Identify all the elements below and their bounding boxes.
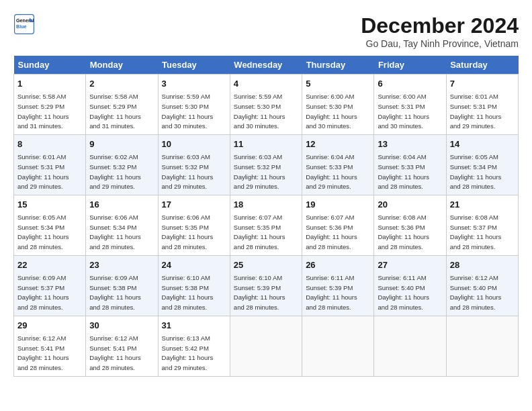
day-number: 12 (306, 138, 370, 150)
calendar-cell: 20Sunrise: 6:08 AM Sunset: 5:36 PM Dayli… (374, 195, 446, 255)
day-info: Sunrise: 6:07 AM Sunset: 5:35 PM Dayligh… (234, 214, 285, 250)
svg-text:Blue: Blue (16, 24, 27, 30)
column-header-sunday: Sunday (14, 56, 86, 75)
calendar-cell (230, 316, 302, 376)
day-info: Sunrise: 6:11 AM Sunset: 5:40 PM Dayligh… (378, 274, 429, 311)
day-number: 15 (17, 199, 82, 211)
day-number: 11 (234, 138, 298, 150)
day-info: Sunrise: 6:04 AM Sunset: 5:33 PM Dayligh… (306, 153, 357, 190)
day-number: 28 (450, 259, 515, 271)
calendar-cell: 6Sunrise: 6:00 AM Sunset: 5:31 PM Daylig… (374, 75, 446, 135)
month-title: December 2024 (361, 13, 519, 38)
day-number: 24 (162, 259, 226, 271)
day-number: 5 (306, 78, 370, 90)
calendar-week-2: 8Sunrise: 6:01 AM Sunset: 5:31 PM Daylig… (14, 134, 519, 195)
calendar-cell: 9Sunrise: 6:02 AM Sunset: 5:32 PM Daylig… (86, 134, 158, 195)
day-info: Sunrise: 6:09 AM Sunset: 5:38 PM Dayligh… (89, 274, 141, 311)
calendar-cell: 24Sunrise: 6:10 AM Sunset: 5:38 PM Dayli… (158, 255, 230, 316)
day-info: Sunrise: 6:06 AM Sunset: 5:35 PM Dayligh… (162, 214, 214, 250)
location: Go Dau, Tay Ninh Province, Vietnam (361, 38, 519, 49)
day-number: 20 (378, 199, 442, 211)
calendar-cell: 18Sunrise: 6:07 AM Sunset: 5:35 PM Dayli… (230, 195, 302, 255)
logo: General Blue (13, 13, 35, 35)
day-number: 9 (89, 138, 154, 150)
calendar-cell: 16Sunrise: 6:06 AM Sunset: 5:34 PM Dayli… (86, 195, 158, 255)
calendar-cell (446, 316, 518, 376)
day-number: 30 (89, 320, 154, 332)
calendar-cell: 31Sunrise: 6:13 AM Sunset: 5:42 PM Dayli… (158, 316, 230, 376)
day-number: 3 (162, 78, 226, 90)
day-info: Sunrise: 6:10 AM Sunset: 5:38 PM Dayligh… (162, 274, 214, 311)
calendar-week-1: 1Sunrise: 5:58 AM Sunset: 5:29 PM Daylig… (14, 75, 519, 135)
day-number: 13 (378, 138, 442, 150)
calendar-cell: 7Sunrise: 6:01 AM Sunset: 5:31 PM Daylig… (446, 75, 518, 135)
calendar-cell: 5Sunrise: 6:00 AM Sunset: 5:30 PM Daylig… (302, 75, 374, 135)
day-info: Sunrise: 6:05 AM Sunset: 5:34 PM Dayligh… (450, 153, 502, 190)
calendar-cell: 19Sunrise: 6:07 AM Sunset: 5:36 PM Dayli… (302, 195, 374, 255)
calendar-cell: 23Sunrise: 6:09 AM Sunset: 5:38 PM Dayli… (86, 255, 158, 316)
day-info: Sunrise: 5:58 AM Sunset: 5:29 PM Dayligh… (89, 93, 141, 130)
calendar-cell: 21Sunrise: 6:08 AM Sunset: 5:37 PM Dayli… (446, 195, 518, 255)
day-number: 18 (234, 199, 298, 211)
column-header-tuesday: Tuesday (158, 56, 230, 75)
day-info: Sunrise: 6:08 AM Sunset: 5:37 PM Dayligh… (450, 214, 502, 250)
day-number: 22 (17, 259, 82, 271)
calendar-cell: 15Sunrise: 6:05 AM Sunset: 5:34 PM Dayli… (14, 195, 86, 255)
day-info: Sunrise: 6:12 AM Sunset: 5:41 PM Dayligh… (17, 334, 69, 371)
calendar-week-4: 22Sunrise: 6:09 AM Sunset: 5:37 PM Dayli… (14, 255, 519, 316)
day-info: Sunrise: 6:10 AM Sunset: 5:39 PM Dayligh… (234, 274, 285, 311)
calendar-cell (374, 316, 446, 376)
day-number: 17 (162, 199, 226, 211)
day-info: Sunrise: 5:59 AM Sunset: 5:30 PM Dayligh… (162, 93, 214, 130)
day-info: Sunrise: 6:04 AM Sunset: 5:33 PM Dayligh… (378, 153, 429, 190)
calendar-cell: 26Sunrise: 6:11 AM Sunset: 5:39 PM Dayli… (302, 255, 374, 316)
day-number: 6 (378, 78, 442, 90)
day-info: Sunrise: 6:06 AM Sunset: 5:34 PM Dayligh… (89, 214, 141, 250)
day-number: 25 (234, 259, 298, 271)
day-info: Sunrise: 6:12 AM Sunset: 5:40 PM Dayligh… (450, 274, 502, 311)
calendar-cell: 29Sunrise: 6:12 AM Sunset: 5:41 PM Dayli… (14, 316, 86, 376)
calendar-cell: 28Sunrise: 6:12 AM Sunset: 5:40 PM Dayli… (446, 255, 518, 316)
day-number: 21 (450, 199, 515, 211)
day-number: 10 (162, 138, 226, 150)
calendar-cell: 14Sunrise: 6:05 AM Sunset: 5:34 PM Dayli… (446, 134, 518, 195)
day-number: 2 (89, 78, 154, 90)
column-header-monday: Monday (86, 56, 158, 75)
day-info: Sunrise: 6:08 AM Sunset: 5:36 PM Dayligh… (378, 214, 429, 250)
day-info: Sunrise: 6:02 AM Sunset: 5:32 PM Dayligh… (89, 153, 141, 190)
day-number: 26 (306, 259, 370, 271)
day-info: Sunrise: 6:11 AM Sunset: 5:39 PM Dayligh… (306, 274, 357, 311)
calendar-table: SundayMondayTuesdayWednesdayThursdayFrid… (13, 56, 519, 377)
calendar-cell: 4Sunrise: 5:59 AM Sunset: 5:30 PM Daylig… (230, 75, 302, 135)
calendar-cell: 12Sunrise: 6:04 AM Sunset: 5:33 PM Dayli… (302, 134, 374, 195)
logo-icon: General Blue (13, 13, 35, 35)
day-number: 8 (17, 138, 82, 150)
day-info: Sunrise: 5:59 AM Sunset: 5:30 PM Dayligh… (234, 93, 285, 130)
day-info: Sunrise: 6:00 AM Sunset: 5:31 PM Dayligh… (378, 93, 429, 130)
day-number: 7 (450, 78, 515, 90)
calendar-cell: 17Sunrise: 6:06 AM Sunset: 5:35 PM Dayli… (158, 195, 230, 255)
calendar-cell: 25Sunrise: 6:10 AM Sunset: 5:39 PM Dayli… (230, 255, 302, 316)
day-number: 16 (89, 199, 154, 211)
calendar-cell (302, 316, 374, 376)
day-info: Sunrise: 6:01 AM Sunset: 5:31 PM Dayligh… (450, 93, 502, 130)
day-number: 27 (378, 259, 442, 271)
day-info: Sunrise: 6:05 AM Sunset: 5:34 PM Dayligh… (17, 214, 69, 250)
title-area: December 2024 Go Dau, Tay Ninh Province,… (361, 13, 519, 49)
day-number: 29 (17, 320, 82, 332)
day-info: Sunrise: 6:00 AM Sunset: 5:30 PM Dayligh… (306, 93, 357, 130)
calendar-week-5: 29Sunrise: 6:12 AM Sunset: 5:41 PM Dayli… (14, 316, 519, 376)
calendar-cell: 11Sunrise: 6:03 AM Sunset: 5:32 PM Dayli… (230, 134, 302, 195)
calendar-cell: 22Sunrise: 6:09 AM Sunset: 5:37 PM Dayli… (14, 255, 86, 316)
calendar-cell: 30Sunrise: 6:12 AM Sunset: 5:41 PM Dayli… (86, 316, 158, 376)
calendar-body: 1Sunrise: 5:58 AM Sunset: 5:29 PM Daylig… (14, 75, 519, 377)
day-number: 23 (89, 259, 154, 271)
day-number: 1 (17, 78, 82, 90)
day-info: Sunrise: 6:13 AM Sunset: 5:42 PM Dayligh… (162, 334, 214, 371)
day-info: Sunrise: 6:01 AM Sunset: 5:31 PM Dayligh… (17, 153, 69, 190)
column-header-saturday: Saturday (446, 56, 518, 75)
day-info: Sunrise: 6:03 AM Sunset: 5:32 PM Dayligh… (234, 153, 285, 190)
day-number: 19 (306, 199, 370, 211)
calendar-cell: 3Sunrise: 5:59 AM Sunset: 5:30 PM Daylig… (158, 75, 230, 135)
column-header-friday: Friday (374, 56, 446, 75)
